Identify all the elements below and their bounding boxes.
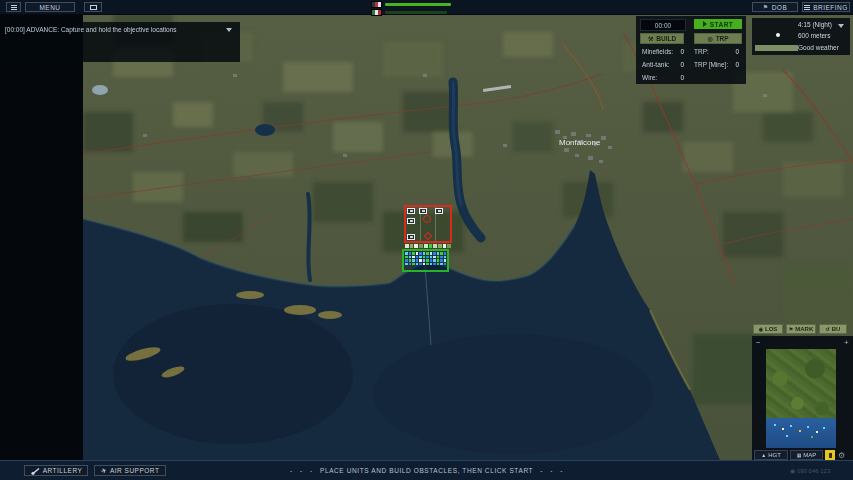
- unit-marker[interactable]: [423, 256, 426, 259]
- unit-marker[interactable]: [444, 259, 447, 262]
- unit-marker[interactable]: [426, 256, 429, 259]
- mark-button[interactable]: ⚑ MARK: [786, 324, 816, 334]
- unit-marker[interactable]: [443, 244, 447, 248]
- unit-marker[interactable]: [416, 263, 419, 266]
- unit-marker[interactable]: [437, 259, 440, 262]
- unit-marker[interactable]: [424, 244, 428, 248]
- unit-marker[interactable]: [405, 256, 408, 259]
- gear-icon[interactable]: ⚙: [838, 451, 845, 460]
- unit-marker[interactable]: [412, 252, 415, 255]
- trp-button[interactable]: ◎ TRP: [694, 33, 742, 44]
- unit-marker[interactable]: [438, 244, 442, 248]
- unit-marker[interactable]: [437, 252, 440, 255]
- unit-marker[interactable]: [414, 244, 418, 248]
- unit-marker[interactable]: [405, 263, 408, 266]
- unit-marker[interactable]: [440, 263, 443, 266]
- unit-marker[interactable]: [430, 252, 433, 255]
- unit-marker[interactable]: [430, 259, 433, 262]
- unit-marker[interactable]: [416, 259, 419, 262]
- deploy-units-grid[interactable]: [405, 252, 447, 265]
- unit-marker[interactable]: [423, 259, 426, 262]
- unit-marker[interactable]: [430, 256, 433, 259]
- map-mode-button-label: MAP: [803, 452, 816, 458]
- start-button[interactable]: START: [694, 19, 742, 29]
- unit-marker[interactable]: [423, 263, 426, 266]
- objective-marker[interactable]: [407, 208, 415, 214]
- objective-marker[interactable]: [435, 208, 443, 214]
- unit-marker[interactable]: [419, 259, 422, 262]
- unit-marker[interactable]: [440, 256, 443, 259]
- unit-marker[interactable]: [447, 244, 451, 248]
- chevron-down-icon[interactable]: [226, 28, 232, 32]
- marker-icon: ⚑: [789, 326, 793, 332]
- unit-marker[interactable]: [416, 252, 419, 255]
- zoom-in-button[interactable]: +: [844, 339, 849, 347]
- unit-marker[interactable]: [409, 263, 412, 266]
- unit-marker[interactable]: [440, 252, 443, 255]
- unit-marker[interactable]: [419, 244, 423, 248]
- build-button-label: BUILD: [656, 35, 676, 42]
- deployment-zone[interactable]: [402, 249, 449, 272]
- unit-marker[interactable]: [419, 252, 422, 255]
- unit-marker[interactable]: [409, 256, 412, 259]
- bu-button[interactable]: ↺ BU: [819, 324, 847, 334]
- unit-marker[interactable]: [440, 259, 443, 262]
- unit-marker[interactable]: [444, 252, 447, 255]
- briefing-button[interactable]: BRIEFING: [802, 2, 850, 12]
- objective-zone[interactable]: [404, 205, 452, 243]
- stat-label: TRP:: [694, 48, 709, 55]
- minimap-map[interactable]: [766, 349, 836, 448]
- unit-marker[interactable]: [444, 263, 447, 266]
- unit-marker[interactable]: [412, 263, 415, 266]
- unit-marker[interactable]: [426, 259, 429, 262]
- unit-marker[interactable]: [423, 252, 426, 255]
- unit-marker[interactable]: [426, 263, 429, 266]
- unit-marker[interactable]: [437, 263, 440, 266]
- follow-toggle-button[interactable]: [825, 450, 835, 460]
- unit-marker[interactable]: [429, 244, 433, 248]
- hamburger-menu-button[interactable]: [6, 2, 21, 12]
- unit-marker[interactable]: [412, 256, 415, 259]
- zoom-out-button[interactable]: −: [756, 339, 761, 347]
- stat-label: Anti-tank:: [642, 61, 669, 68]
- screen-icon: [90, 5, 97, 10]
- unit-marker[interactable]: [412, 259, 415, 262]
- unit-marker[interactable]: [433, 256, 436, 259]
- objective-marker[interactable]: [407, 218, 415, 224]
- los-button-label: LOS: [765, 326, 777, 332]
- unit-marker[interactable]: [433, 259, 436, 262]
- unit-marker[interactable]: [409, 259, 412, 262]
- unit-marker[interactable]: [416, 256, 419, 259]
- hgt-button[interactable]: ▲ HGT: [754, 450, 788, 460]
- objective-marker[interactable]: [419, 208, 427, 214]
- unit-marker[interactable]: [419, 263, 422, 266]
- chevron-down-icon[interactable]: [838, 24, 844, 28]
- mark-button-label: MARK: [795, 326, 813, 332]
- unit-marker[interactable]: [405, 252, 408, 255]
- unit-marker[interactable]: [426, 252, 429, 255]
- dob-button[interactable]: ⚑ DOB: [752, 2, 798, 12]
- unit-marker[interactable]: [433, 263, 436, 266]
- unit-marker[interactable]: [410, 244, 414, 248]
- mountain-icon: ▲: [761, 452, 766, 458]
- map-mode-button[interactable]: ▦ MAP: [790, 450, 823, 460]
- build-button[interactable]: ⚒ BUILD: [640, 33, 684, 44]
- enemy-faction-flag: [371, 9, 382, 16]
- unit-marker[interactable]: [419, 256, 422, 259]
- unit-marker[interactable]: [444, 256, 447, 259]
- objective-marker[interactable]: [407, 234, 415, 240]
- unit-marker[interactable]: [433, 244, 437, 248]
- minimap-panel: ◉ LOS ⚑ MARK ↺ BU − +: [752, 324, 853, 462]
- unit-marker[interactable]: [430, 263, 433, 266]
- los-button[interactable]: ◉ LOS: [753, 324, 783, 334]
- stat-label: Minefields:: [642, 48, 673, 55]
- ticket-display: [371, 1, 451, 16]
- menu-button[interactable]: MENU: [25, 2, 75, 12]
- interface-toggle-button[interactable]: [84, 2, 102, 12]
- unit-marker[interactable]: [405, 244, 409, 248]
- unit-marker[interactable]: [405, 259, 408, 262]
- unit-marker[interactable]: [433, 252, 436, 255]
- mission-timer: 00:00: [640, 19, 686, 31]
- unit-marker[interactable]: [409, 252, 412, 255]
- unit-marker[interactable]: [437, 256, 440, 259]
